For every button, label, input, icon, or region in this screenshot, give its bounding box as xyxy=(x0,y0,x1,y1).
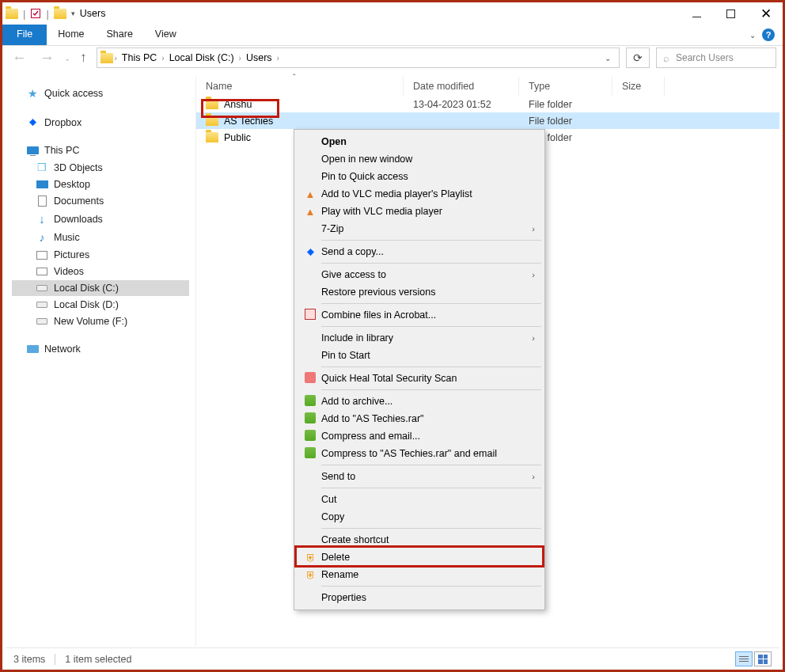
nav-pictures[interactable]: Pictures xyxy=(12,247,189,263)
ctx-copy[interactable]: Copy xyxy=(296,508,543,526)
ctx-compress-email[interactable]: Compress and email... xyxy=(296,427,543,445)
ctx-send-copy[interactable]: ⯁Send a copy... xyxy=(296,243,543,260)
drive-icon xyxy=(36,285,47,291)
ctx-open[interactable]: Open xyxy=(296,133,543,150)
qat-new-folder-icon[interactable] xyxy=(54,9,66,19)
uac-shield-icon: ⛨ xyxy=(299,569,321,581)
ctx-vlc-play[interactable]: ▲Play with VLC media player xyxy=(296,203,543,220)
folder-icon xyxy=(206,116,218,126)
downloads-icon: ↓ xyxy=(39,212,45,226)
status-bar: 3 items 1 item selected xyxy=(6,647,779,670)
column-date[interactable]: Date modified xyxy=(404,77,519,96)
nav-music[interactable]: ♪Music xyxy=(12,229,189,246)
file-row[interactable]: Anshu 13-04-2023 01:52 File folder xyxy=(196,96,779,112)
ctx-vlc-playlist[interactable]: ▲Add to VLC media player's Playlist xyxy=(296,185,543,203)
ctx-send-to[interactable]: Send to› xyxy=(296,468,543,485)
qat-properties-icon[interactable] xyxy=(30,8,41,19)
address-segment-folder[interactable]: Users xyxy=(243,52,275,63)
nav-videos[interactable]: Videos xyxy=(12,264,189,279)
file-row[interactable]: AS Techies File folder xyxy=(196,112,779,129)
search-placeholder: Search Users xyxy=(676,52,734,63)
nav-documents[interactable]: Documents xyxy=(12,193,189,209)
cube-icon: ❒ xyxy=(37,161,47,173)
tiles-view-icon xyxy=(758,655,768,664)
address-dropdown-icon[interactable]: ⌄ xyxy=(605,54,611,63)
nav-label: Videos xyxy=(54,266,84,277)
nav-quick-access[interactable]: ★Quick access xyxy=(12,85,189,102)
help-icon[interactable]: ? xyxy=(762,28,775,41)
address-folder-icon xyxy=(100,53,113,63)
winrar-icon xyxy=(305,430,316,441)
column-type[interactable]: Type xyxy=(519,77,612,96)
ctx-quickheal[interactable]: Quick Heal Total Security Scan xyxy=(296,370,543,387)
dropbox-icon: ⯁ xyxy=(299,246,321,258)
videos-icon xyxy=(36,268,47,275)
ctx-properties[interactable]: Properties xyxy=(296,589,543,606)
nav-downloads[interactable]: ↓Downloads xyxy=(12,210,189,228)
ribbon-expand-icon[interactable]: ⌄ xyxy=(749,31,756,40)
ctx-create-shortcut[interactable]: Create shortcut xyxy=(296,531,543,549)
nav-3d-objects[interactable]: ❒3D Objects xyxy=(12,159,189,176)
file-type: File folder xyxy=(519,99,612,110)
ribbon: File Home Share View ⌄ ? xyxy=(2,25,783,46)
address-bar[interactable]: › This PC › Local Disk (C:) › Users › ⌄ xyxy=(97,47,620,68)
ctx-add-rar[interactable]: Add to "AS Techies.rar" xyxy=(296,410,543,427)
ctx-compress-rar-email[interactable]: Compress to "AS Techies.rar" and email xyxy=(296,445,543,462)
minimize-button[interactable] xyxy=(692,17,701,18)
ctx-pin-quick-access[interactable]: Pin to Quick access xyxy=(296,168,543,185)
nav-label: Documents xyxy=(54,196,104,207)
ctx-pin-start[interactable]: Pin to Start xyxy=(296,347,543,364)
quick-access-toolbar: | | ▾ xyxy=(6,8,75,20)
view-tab[interactable]: View xyxy=(144,25,188,45)
close-button[interactable]: ✕ xyxy=(760,9,772,18)
ctx-combine-acrobat[interactable]: Combine files in Acrobat... xyxy=(296,306,543,324)
ctx-delete[interactable]: ⛨Delete xyxy=(296,549,543,566)
address-segment-pc[interactable]: This PC xyxy=(119,52,160,63)
ctx-cut[interactable]: Cut xyxy=(296,491,543,508)
nav-back-button[interactable]: ← xyxy=(9,49,30,66)
ctx-rename[interactable]: ⛨Rename xyxy=(296,566,543,583)
nav-up-button[interactable]: ↑ xyxy=(77,50,90,66)
search-box[interactable]: ⌕ Search Users xyxy=(656,47,776,68)
refresh-button[interactable]: ⟳ xyxy=(626,47,650,68)
chevron-right-icon[interactable]: › xyxy=(239,54,241,63)
nav-this-pc[interactable]: This PC xyxy=(12,142,189,158)
nav-label: New Volume (F:) xyxy=(54,316,127,327)
winrar-icon xyxy=(305,395,316,406)
view-tiles-button[interactable] xyxy=(754,651,772,666)
ctx-add-archive[interactable]: Add to archive... xyxy=(296,393,543,410)
file-date: 13-04-2023 01:52 xyxy=(404,99,519,110)
nav-dropbox[interactable]: ⯁Dropbox xyxy=(12,114,189,131)
nav-local-disk-c[interactable]: Local Disk (C:) xyxy=(12,280,189,296)
ctx-open-new-window[interactable]: Open in new window xyxy=(296,150,543,168)
vlc-icon: ▲ xyxy=(299,206,321,218)
file-name: Anshu xyxy=(224,99,252,110)
nav-history-dropdown-icon[interactable]: ⌄ xyxy=(64,54,70,63)
chevron-right-icon[interactable]: › xyxy=(277,54,279,63)
network-icon xyxy=(27,345,39,353)
ctx-7zip[interactable]: 7-Zip› xyxy=(296,220,543,237)
nav-desktop[interactable]: Desktop xyxy=(12,177,189,192)
column-name[interactable]: Name xyxy=(196,77,404,96)
column-size[interactable]: Size xyxy=(612,77,665,96)
submenu-arrow-icon: › xyxy=(532,224,535,233)
file-tab[interactable]: File xyxy=(2,25,47,45)
nav-local-disk-d[interactable]: Local Disk (D:) xyxy=(12,297,189,313)
nav-network[interactable]: Network xyxy=(12,341,189,357)
nav-forward-button[interactable]: → xyxy=(36,49,58,66)
ctx-give-access[interactable]: Give access to› xyxy=(296,266,543,283)
home-tab[interactable]: Home xyxy=(47,25,95,45)
qat-dropdown-icon[interactable]: ▾ xyxy=(71,9,75,17)
share-tab[interactable]: Share xyxy=(96,25,144,45)
chevron-right-icon[interactable]: › xyxy=(161,54,164,63)
ctx-restore-prev[interactable]: Restore previous versions xyxy=(296,283,543,301)
view-details-button[interactable] xyxy=(735,651,753,666)
nav-label: Desktop xyxy=(54,179,90,190)
address-segment-drive[interactable]: Local Disk (C:) xyxy=(166,52,237,63)
nav-new-volume-f[interactable]: New Volume (F:) xyxy=(12,313,189,329)
maximize-button[interactable] xyxy=(726,9,735,18)
ctx-include-library[interactable]: Include in library› xyxy=(296,329,543,347)
chevron-right-icon[interactable]: › xyxy=(115,54,117,63)
folder-icon xyxy=(206,132,218,142)
ctx-separator xyxy=(321,389,541,390)
